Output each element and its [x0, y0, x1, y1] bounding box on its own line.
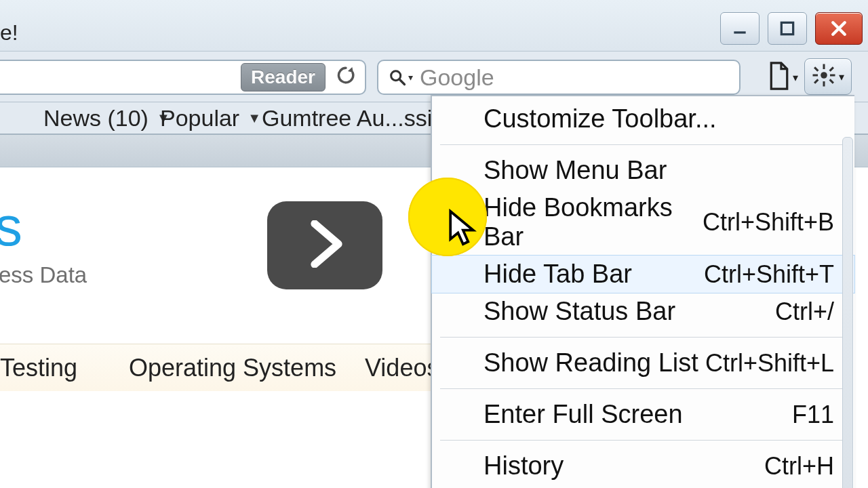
- settings-menu: Customize Toolbar... Show Menu Bar Hide …: [431, 95, 854, 488]
- menu-item-show-status-bar[interactable]: Show Status Bar Ctrl+/: [432, 293, 854, 330]
- bookmark-label: Popular: [160, 105, 239, 131]
- menu-item-show-menu-bar[interactable]: Show Menu Bar: [432, 152, 854, 189]
- chevron-right-icon: [304, 220, 345, 270]
- dropdown-icon: ▾: [793, 71, 798, 84]
- menu-item-hide-tab-bar[interactable]: Hide Tab Bar Ctrl+Shift+T: [432, 256, 854, 293]
- menu-label: Show Menu Bar: [484, 156, 667, 185]
- svg-rect-10: [829, 66, 834, 71]
- page-content: rts ess Data Testing Operating Systems V…: [0, 167, 431, 488]
- reload-icon: [335, 64, 357, 91]
- svg-rect-6: [823, 81, 825, 87]
- menu-shortcut: Ctrl+Shift+T: [704, 260, 834, 289]
- window-titlebar: e!: [0, 0, 868, 52]
- bookmark-item[interactable]: a: [0, 105, 13, 131]
- menu-item-show-reading-list[interactable]: Show Reading List Ctrl+Shift+L: [432, 344, 854, 382]
- minimize-button[interactable]: [720, 12, 760, 45]
- page-subheading: ess Data: [0, 262, 87, 288]
- menu-label: Customize Toolbar...: [484, 104, 717, 134]
- svg-rect-8: [830, 75, 835, 77]
- bookmark-label: News (10): [43, 105, 149, 131]
- next-button[interactable]: [267, 201, 382, 289]
- menu-item-customize-toolbar[interactable]: Customize Toolbar...: [432, 100, 854, 138]
- menu-label: Hide Bookmarks Bar: [484, 193, 703, 251]
- maximize-button[interactable]: [768, 12, 807, 45]
- search-input[interactable]: ▾ Google: [377, 60, 741, 95]
- close-button[interactable]: [815, 12, 863, 45]
- svg-rect-7: [813, 75, 818, 77]
- menu-shortcut: Ctrl+Shift+L: [705, 349, 834, 378]
- search-icon: ▾: [388, 68, 413, 87]
- page-heading: rts: [0, 195, 23, 258]
- menu-shortcut: Ctrl+/: [775, 298, 834, 326]
- dropdown-icon: ▾: [839, 70, 844, 83]
- svg-line-3: [400, 80, 405, 85]
- reader-button[interactable]: Reader: [241, 63, 326, 92]
- svg-point-4: [821, 72, 827, 79]
- menu-separator: [440, 388, 846, 389]
- svg-rect-11: [814, 79, 818, 83]
- svg-rect-12: [829, 79, 834, 83]
- gear-icon: [812, 63, 836, 90]
- menu-label: Hide Tab Bar: [484, 260, 632, 289]
- window-controls: [720, 12, 863, 45]
- menu-label: History: [484, 451, 564, 481]
- menu-item-downloads[interactable]: Downloads Ctrl+Alt+L: [432, 485, 854, 488]
- window-title: e!: [0, 20, 18, 45]
- cursor-icon: [446, 209, 477, 249]
- menu-label: Show Reading List: [484, 348, 698, 378]
- nav-link-videos[interactable]: Videos: [365, 354, 439, 382]
- svg-rect-1: [781, 22, 793, 34]
- menu-shortcut: Ctrl+H: [764, 452, 834, 481]
- reload-button[interactable]: [334, 65, 358, 89]
- page-nav: Testing Operating Systems Videos: [0, 344, 431, 391]
- menu-item-history[interactable]: History Ctrl+H: [432, 447, 854, 485]
- svg-rect-5: [823, 64, 825, 70]
- search-placeholder: Google: [420, 64, 494, 91]
- address-bar[interactable]: Reader: [0, 60, 366, 95]
- svg-rect-0: [734, 31, 745, 33]
- nav-link-os[interactable]: Operating Systems: [129, 354, 336, 382]
- menu-scrollbar[interactable]: [842, 137, 853, 488]
- menu-separator: [440, 440, 846, 441]
- svg-rect-9: [814, 66, 818, 71]
- menu-shortcut: F11: [792, 401, 834, 429]
- menu-item-enter-full-screen[interactable]: Enter Full Screen F11: [432, 396, 854, 433]
- page-icon: [767, 61, 791, 94]
- menu-label: Show Status Bar: [484, 297, 675, 326]
- menu-separator: [440, 337, 846, 338]
- settings-button[interactable]: ▾: [804, 58, 852, 95]
- menu-item-hide-bookmarks-bar[interactable]: Hide Bookmarks Bar Ctrl+Shift+B: [432, 189, 854, 256]
- menu-label: Enter Full Screen: [484, 400, 683, 429]
- nav-link-testing[interactable]: Testing: [0, 354, 77, 382]
- search-engine-dropdown-icon[interactable]: ▾: [408, 72, 413, 83]
- menu-separator: [440, 144, 846, 145]
- menu-shortcut: Ctrl+Shift+B: [703, 208, 834, 237]
- page-menu-button[interactable]: ▾: [765, 60, 800, 95]
